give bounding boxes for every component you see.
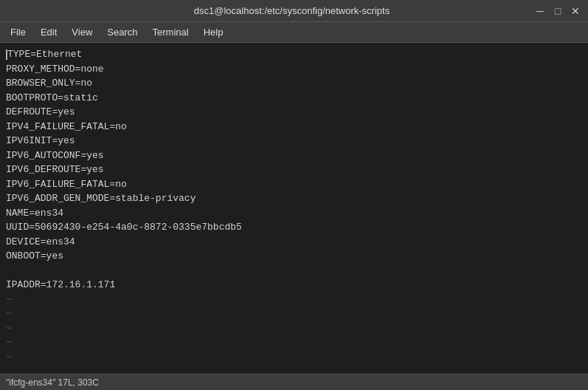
line: IPV6_FAILURE_FATAL=no	[6, 177, 582, 192]
line: IPV6_AUTOCONF=yes	[6, 148, 582, 163]
minimize-button[interactable]: ─	[533, 6, 547, 16]
line: DEVICE=ens34	[6, 235, 582, 250]
menu-bar: FileEditViewSearchTerminalHelp	[0, 22, 588, 43]
line: DEFROUTE=yes	[6, 105, 582, 120]
line: UUID=50692430-e254-4a0c-8872-0335e7bbcdb…	[6, 220, 582, 235]
line: ~	[6, 321, 582, 336]
editor-area[interactable]: TYPE=EthernetPROXY_METHOD=noneBROWSER_ON…	[0, 43, 588, 374]
line: IPADDR=172.16.1.171	[6, 278, 582, 292]
line	[6, 264, 582, 278]
line: BOOTPROTO=static	[6, 91, 582, 106]
line: ~	[6, 292, 582, 307]
menu-item-search[interactable]: Search	[100, 24, 145, 40]
maximize-button[interactable]: □	[551, 6, 564, 16]
line: IPV4_FAILURE_FATAL=no	[6, 120, 582, 134]
line: IPV6_DEFROUTE=yes	[6, 162, 582, 177]
menu-item-terminal[interactable]: Terminal	[145, 24, 196, 40]
line: PROXY_METHOD=none	[6, 62, 582, 77]
title-bar: dsc1@localhost:/etc/sysconfig/network-sc…	[0, 0, 588, 22]
status-bar: "ifcfg-ens34" 17L, 303C	[0, 374, 588, 390]
line: TYPE=Ethernet	[6, 47, 582, 62]
window-controls: ─ □ ✕	[533, 6, 582, 16]
menu-item-file[interactable]: File	[3, 24, 33, 40]
line: IPV6INIT=yes	[6, 134, 582, 148]
status-text: "ifcfg-ens34" 17L, 303C	[6, 377, 99, 388]
line: BROWSER_ONLY=no	[6, 76, 582, 91]
line: ~	[6, 307, 582, 321]
line: ~	[6, 335, 582, 350]
line: ONBOOT=yes	[6, 249, 582, 264]
window-title: dsc1@localhost:/etc/sysconfig/network-sc…	[50, 5, 533, 16]
line: NAME=ens34	[6, 206, 582, 221]
menu-item-help[interactable]: Help	[196, 24, 231, 40]
menu-item-view[interactable]: View	[64, 24, 100, 40]
line: ~	[6, 364, 582, 369]
line: ~	[6, 350, 582, 365]
line: IPV6_ADDR_GEN_MODE=stable-privacy	[6, 191, 582, 206]
close-button[interactable]: ✕	[569, 6, 582, 16]
editor-content: TYPE=EthernetPROXY_METHOD=noneBROWSER_ON…	[6, 47, 582, 369]
menu-item-edit[interactable]: Edit	[33, 24, 64, 40]
